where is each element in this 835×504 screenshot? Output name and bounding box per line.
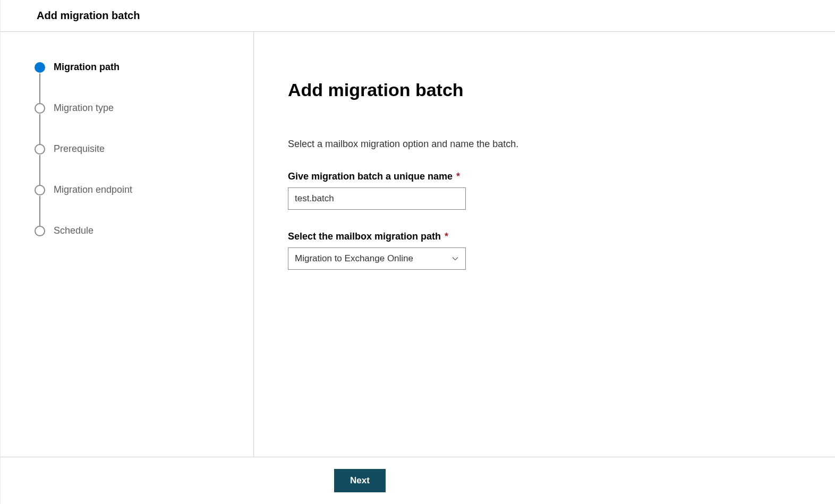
step-migration-path[interactable]: Migration path <box>35 62 253 73</box>
migration-path-field: Select the mailbox migration path * Migr… <box>288 231 835 270</box>
step-label: Migration path <box>54 62 120 73</box>
wizard-header: Add migration batch <box>1 0 835 32</box>
batch-name-label: Give migration batch a unique name * <box>288 171 835 182</box>
step-connector <box>39 73 40 104</box>
required-indicator-icon: * <box>456 171 460 182</box>
step-prerequisite[interactable]: Prerequisite <box>35 143 253 155</box>
batch-name-input[interactable] <box>288 187 466 210</box>
wizard-steps-sidebar: Migration path Migration type Prerequisi… <box>1 32 254 457</box>
step-connector <box>39 114 40 145</box>
step-indicator-icon <box>35 144 45 155</box>
step-migration-type[interactable]: Migration type <box>35 102 253 114</box>
wizard-header-title: Add migration batch <box>37 10 835 22</box>
migration-path-label: Select the mailbox migration path * <box>288 231 835 242</box>
step-indicator-icon <box>35 226 45 236</box>
steps-list: Migration path Migration type Prerequisi… <box>35 62 253 236</box>
migration-path-label-text: Select the mailbox migration path <box>288 231 441 242</box>
page-title: Add migration batch <box>288 80 835 100</box>
step-migration-endpoint[interactable]: Migration endpoint <box>35 184 253 195</box>
step-indicator-icon <box>35 103 45 114</box>
batch-name-field: Give migration batch a unique name * <box>288 171 835 210</box>
next-button[interactable]: Next <box>334 469 386 492</box>
step-connector <box>39 196 40 227</box>
step-indicator-icon <box>35 62 45 73</box>
chevron-down-icon <box>451 255 459 262</box>
step-indicator-icon <box>35 185 45 195</box>
migration-path-select[interactable]: Migration to Exchange Online <box>288 247 466 270</box>
step-label: Migration endpoint <box>54 184 132 195</box>
wizard-panel: Add migration batch Migration path Migra… <box>0 0 835 504</box>
step-label: Migration type <box>54 102 114 114</box>
wizard-footer: Next <box>1 457 835 504</box>
step-schedule[interactable]: Schedule <box>35 225 253 236</box>
page-description: Select a mailbox migration option and na… <box>288 139 835 150</box>
step-label: Schedule <box>54 225 93 236</box>
required-indicator-icon: * <box>445 231 448 242</box>
step-connector <box>39 155 40 186</box>
batch-name-label-text: Give migration batch a unique name <box>288 171 453 182</box>
wizard-main-content: Add migration batch Select a mailbox mig… <box>254 32 835 457</box>
migration-path-selected-value: Migration to Exchange Online <box>295 253 413 264</box>
wizard-body: Migration path Migration type Prerequisi… <box>1 32 835 457</box>
step-label: Prerequisite <box>54 143 105 155</box>
